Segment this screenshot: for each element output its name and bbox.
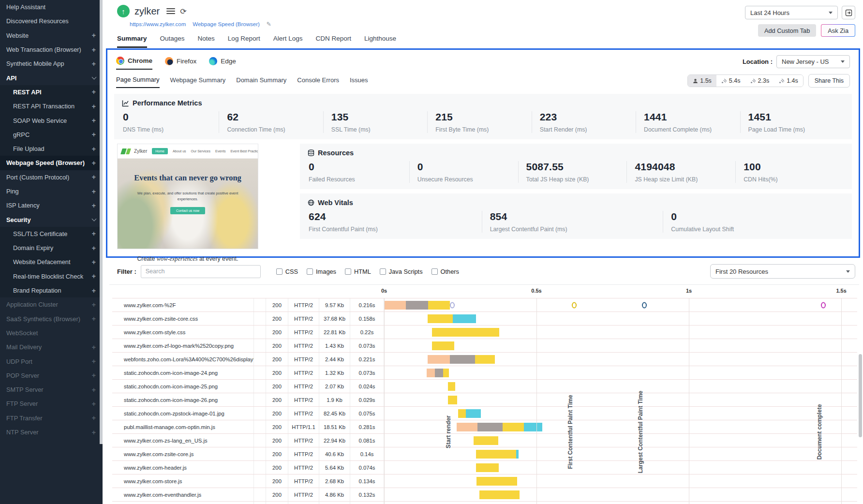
add-monitor-icon[interactable]: + [92,173,96,181]
sidebar-item-grpc[interactable]: gRPC+ [0,128,103,142]
monitor-type-link[interactable]: Webpage Speed (Browser) [193,21,260,27]
sidebar-item-discovered-resources[interactable]: Discovered Resources [0,14,103,28]
resource-timing-bar[interactable] [479,490,520,499]
sidebar-item-pop-server[interactable]: POP Server+ [0,369,103,383]
subtab-domain-summary[interactable]: Domain Summary [236,76,286,88]
sidebar-item-security[interactable]: Security [0,212,103,226]
sidebar-item-domain-expiry[interactable]: Domain Expiry+ [0,241,103,255]
tab-summary[interactable]: Summary [117,35,147,48]
subtab-page-summary[interactable]: Page Summary [116,76,160,88]
add-monitor-icon[interactable]: + [92,371,96,379]
sidebar-item-websocket[interactable]: WebSocket [0,326,103,340]
add-monitor-icon[interactable]: + [92,188,96,195]
add-monitor-icon[interactable]: + [92,244,96,252]
resource-timing-bar[interactable] [458,409,481,418]
add-monitor-icon[interactable]: + [92,117,96,124]
browser-tab-chrome[interactable]: Chrome [116,57,152,70]
add-monitor-icon[interactable]: + [92,230,96,237]
sidebar-item-udp-port[interactable]: UDP Port+ [0,354,103,368]
resource-row[interactable]: static.zohocdn.com-icon-image-25.png200H… [112,379,857,393]
resource-limit-select[interactable]: First 20 Resources [710,264,855,279]
add-monitor-icon[interactable]: + [92,46,96,54]
speed-chip-1.4s[interactable]: 1.4s [774,75,803,87]
add-monitor-icon[interactable]: + [92,145,96,153]
resource-timing-bar[interactable] [448,382,455,391]
subtab-issues[interactable]: Issues [350,76,368,88]
sidebar-item-application-cluster[interactable]: Application Cluster+ [0,297,103,311]
add-monitor-icon[interactable]: + [92,386,96,394]
sidebar-item-ftp-server[interactable]: FTP Server+ [0,397,103,411]
filter-checkbox-css[interactable]: CSS [276,268,298,275]
sidebar-item-web-transaction-browser[interactable]: Web Transaction (Browser)+ [0,43,103,57]
filter-checkbox-java-scripts[interactable]: Java Scripts [380,268,423,275]
resource-row[interactable]: www.zylker.com-zsite-core.js200HTTP/240.… [112,447,857,460]
add-monitor-icon[interactable]: + [92,400,96,408]
resource-row[interactable]: static.zohocdn.com-zpstock-image-01.jpg2… [112,406,857,420]
filter-checkbox-others[interactable]: Others [432,268,459,275]
browser-tab-firefox[interactable]: Firefox [165,57,196,69]
sidebar-item-website-defacement[interactable]: Website Defacement+ [0,255,103,269]
resource-timing-bar[interactable] [457,423,542,431]
tab-log-report[interactable]: Log Report [228,35,260,48]
resource-timing-bar[interactable] [474,436,498,445]
add-custom-tab-button[interactable]: Add Custom Tab [758,24,816,37]
add-monitor-icon[interactable]: + [92,343,96,351]
add-monitor-icon[interactable]: + [92,315,96,323]
add-monitor-icon[interactable]: + [92,202,96,209]
sidebar-item-isp-latency[interactable]: ISP Latency+ [0,198,103,212]
open-in-window-icon[interactable] [842,6,855,19]
page-screenshot[interactable]: Zylker HomeAbout usOur ServicesEventsEve… [117,144,258,249]
resource-row[interactable]: static.zohocdn.com-icon-image-24.png200H… [112,366,857,379]
speed-chip-1.5s[interactable]: 1.5s [688,75,716,87]
resource-row[interactable]: www.zylker.com-%2F200HTTP/29.57 Kb0.216s [112,298,857,311]
resource-row[interactable]: www.zylker.com-eventhandler.js200HTTP/24… [112,488,857,501]
sidebar-item-saas-synthetics-browser[interactable]: SaaS Synthetics (Browser)+ [0,312,103,326]
sidebar-item-ssl-tls-certificate[interactable]: SSL/TLS Certificate+ [0,227,103,241]
add-monitor-icon[interactable]: + [92,429,96,436]
time-range-select[interactable]: Last 24 Hours [745,6,838,19]
resource-timing-bar[interactable] [428,314,476,323]
tab-alert-logs[interactable]: Alert Logs [273,35,303,48]
add-monitor-icon[interactable]: + [92,272,96,280]
location-select[interactable]: New Jersey - US [776,55,850,68]
sidebar-item-port-custom-protocol[interactable]: Port (Custom Protocol)+ [0,170,103,184]
add-monitor-icon[interactable]: + [92,258,96,266]
page-scrollbar[interactable] [859,354,862,437]
tab-notes[interactable]: Notes [198,35,215,48]
filter-checkbox-images[interactable]: Images [307,268,336,275]
monitor-url-link[interactable]: https://www.zylker.com [130,21,186,27]
sidebar-item-mail-delivery[interactable]: Mail Delivery+ [0,340,103,354]
sidebar-item-webpage-speed-browser[interactable]: Webpage Speed (Browser)+ [0,156,103,170]
resource-timing-bar[interactable] [427,369,449,377]
add-monitor-icon[interactable]: + [92,159,96,167]
resource-row[interactable]: publ.maillist-manage.com-optin.min.js200… [112,420,857,433]
add-monitor-icon[interactable]: + [92,414,96,422]
tab-cdn-report[interactable]: CDN Report [315,35,351,48]
resource-timing-bar[interactable] [384,301,450,310]
sidebar-item-ntp-server[interactable]: NTP Server+ [0,425,103,439]
speed-chip-5.4s[interactable]: 5.4s [716,75,745,87]
add-monitor-icon[interactable]: + [92,60,96,68]
resource-row[interactable]: www.zylker.com-header.js200HTTP/25.64 Kb… [112,460,857,474]
resource-timing-bar[interactable] [476,450,519,459]
sidebar-item-real-time-blocklist-check[interactable]: Real-time Blocklist Check+ [0,269,103,283]
resource-row[interactable]: www.zylker.com-zs-lang_en_US.js200HTTP/2… [112,433,857,447]
sidebar-item-synthetic-mobile-app[interactable]: Synthetic Mobile App+ [0,57,103,71]
sidebar-item-ping[interactable]: Ping+ [0,184,103,198]
sidebar-item-rest-api-transaction[interactable]: REST API Transaction+ [0,99,103,113]
add-monitor-icon[interactable]: + [92,131,96,138]
add-monitor-icon[interactable]: + [92,31,96,39]
refresh-icon[interactable]: ⟳ [180,7,186,16]
resource-timing-bar[interactable] [428,355,495,364]
resource-timing-bar[interactable] [432,328,499,337]
resource-timing-bar[interactable] [432,341,454,350]
add-monitor-icon[interactable]: + [92,103,96,110]
sidebar-item-website[interactable]: Website+ [0,29,103,43]
hamburger-menu-icon[interactable] [166,8,175,14]
sidebar-item-ftp-transfer[interactable]: FTP Transfer+ [0,411,103,425]
sidebar-item-smtp-server[interactable]: SMTP Server+ [0,383,103,397]
resource-row[interactable]: static.zohocdn.com-icon-image-26.png200H… [112,393,857,406]
subtab-webpage-summary[interactable]: Webpage Summary [170,76,226,88]
resource-row[interactable]: www.zylker.com-products-pagination.js200… [112,501,857,504]
sidebar-item-rest-api[interactable]: REST API+ [0,85,103,99]
